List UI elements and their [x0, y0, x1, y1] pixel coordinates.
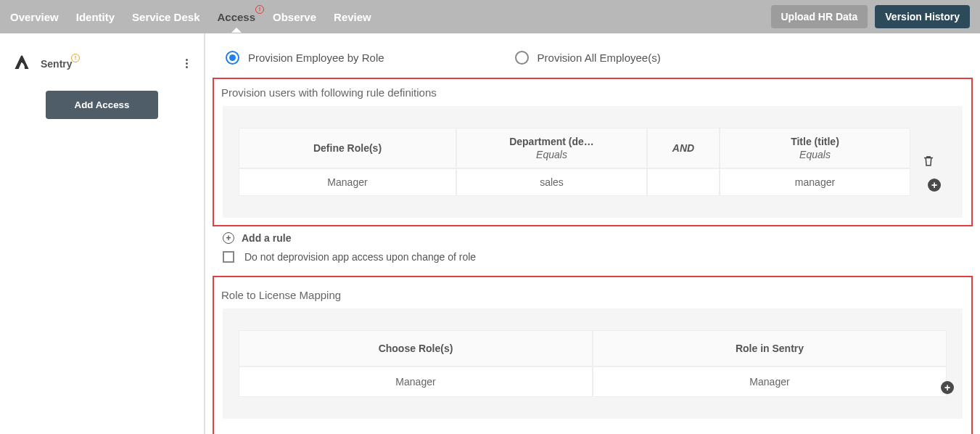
radio-unselected-icon — [515, 51, 529, 65]
tab-review[interactable]: Review — [334, 2, 371, 32]
tab-access[interactable]: Access ! — [217, 2, 255, 32]
add-mapping-button[interactable]: + — [941, 381, 954, 394]
sidebar-app-item[interactable]: Sentry ! — [0, 48, 204, 79]
cell-role-in-app[interactable]: Manager — [593, 367, 947, 397]
tab-observe[interactable]: Observe — [273, 2, 316, 32]
version-history-button[interactable]: Version History — [875, 5, 970, 28]
add-condition-button[interactable]: + — [928, 179, 941, 192]
column-define-roles: Define Role(s) — [239, 128, 456, 168]
mapping-table-header: Choose Role(s) Role in Sentry — [239, 330, 947, 367]
operator-and: AND — [647, 128, 720, 168]
provision-radio-group: Provision Employee by Role Provision All… — [226, 51, 973, 65]
rules-section-highlight: Provision users with following rule defi… — [213, 78, 973, 226]
column-title: Title (title) Equals — [720, 128, 910, 168]
field-operator: Equals — [467, 149, 636, 160]
add-rule-button[interactable]: + Add a rule — [223, 232, 973, 244]
mapping-table: Choose Role(s) Role in Sentry Manager Ma… — [239, 330, 947, 397]
cell-title[interactable]: manager — [720, 168, 910, 196]
sidebar: Sentry ! Add Access — [0, 33, 205, 434]
column-department: Department (de… Equals — [456, 128, 647, 168]
rules-card: Define Role(s) Department (de… Equals AN… — [223, 106, 963, 218]
mapping-table-row: Manager Manager — [239, 367, 947, 397]
field-operator: Equals — [730, 149, 899, 160]
upload-hr-data-button[interactable]: Upload HR Data — [771, 5, 868, 28]
plus-circle-icon: + — [223, 232, 234, 244]
rules-table-row: Manager sales manager — [239, 168, 910, 196]
tab-service-desk[interactable]: Service Desk — [132, 2, 199, 32]
tab-strip: Overview Identity Service Desk Access ! … — [10, 2, 771, 32]
add-access-button[interactable]: Add Access — [46, 91, 159, 119]
radio-selected-icon — [226, 51, 239, 65]
mapping-section-title: Role to License Mapping — [221, 289, 971, 301]
field-name: Title (title) — [730, 136, 899, 147]
field-name: Department (de… — [467, 136, 636, 147]
column-choose-roles: Choose Role(s) — [239, 330, 593, 367]
alert-badge-icon: ! — [255, 5, 264, 14]
sentry-app-icon — [13, 54, 30, 73]
deprovision-checkbox-row: Do not deprovision app access upon chang… — [223, 251, 973, 263]
add-rule-label: Add a rule — [242, 232, 291, 244]
rules-section-title: Provision users with following rule defi… — [221, 86, 971, 99]
radio-provision-by-role[interactable]: Provision Employee by Role — [226, 51, 384, 65]
tab-overview[interactable]: Overview — [10, 2, 59, 32]
radio-label: Provision All Employee(s) — [538, 52, 661, 64]
kebab-menu-icon[interactable] — [183, 54, 191, 73]
cell-role[interactable]: Manager — [239, 168, 456, 196]
radio-label: Provision Employee by Role — [248, 52, 384, 64]
deprovision-checkbox[interactable] — [223, 251, 234, 263]
mapping-section-highlight: Role to License Mapping Choose Role(s) R… — [213, 276, 973, 434]
tab-identity[interactable]: Identity — [76, 2, 115, 32]
deprovision-label: Do not deprovision app access upon chang… — [244, 251, 476, 263]
rules-table-header: Define Role(s) Department (de… Equals AN… — [239, 128, 910, 168]
cell-department[interactable]: sales — [456, 168, 647, 196]
main-content: Provision Employee by Role Provision All… — [205, 33, 980, 434]
cell-choose-role[interactable]: Manager — [239, 367, 593, 397]
top-navigation-bar: Overview Identity Service Desk Access ! … — [0, 0, 980, 33]
cell-and-spacer — [647, 168, 720, 196]
mapping-card: Choose Role(s) Role in Sentry Manager Ma… — [223, 308, 963, 419]
warning-badge-icon: ! — [71, 54, 80, 62]
radio-provision-all[interactable]: Provision All Employee(s) — [515, 51, 661, 65]
tab-label: Access — [217, 11, 255, 23]
rules-table: Define Role(s) Department (de… Equals AN… — [239, 128, 947, 196]
sidebar-app-label: Sentry ! — [41, 58, 173, 70]
column-role-in-app: Role in Sentry — [593, 330, 947, 367]
trash-icon — [922, 154, 935, 171]
top-actions: Upload HR Data Version History — [771, 5, 971, 28]
